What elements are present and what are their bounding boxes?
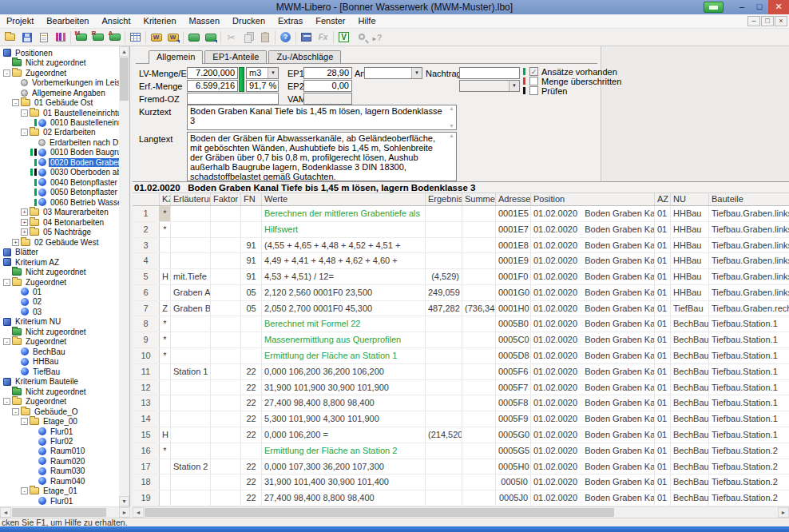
cell-n[interactable]: 3 <box>133 238 160 253</box>
cell-erl[interactable] <box>171 348 211 363</box>
cell-pos[interactable]: 01.02.0020 Boden Graben Kanal ... <box>531 443 655 459</box>
tree-item[interactable]: Vorbemerkungen im Leistungs <box>0 77 120 87</box>
table-row[interactable]: 1*Berechnen der mittleren Grabentiefe al… <box>133 206 789 222</box>
tree-item[interactable]: TiefBau <box>0 367 120 376</box>
cell-nu[interactable]: HHBau <box>671 238 709 253</box>
tree-item[interactable]: 0010 Baustelleneinri <box>0 117 120 127</box>
collapse-icon[interactable]: - <box>21 109 28 117</box>
cell-bt[interactable]: Tiefbau.Station.1 <box>709 332 789 347</box>
cell-werte[interactable]: 2,120 2,560 0001F0 23,500 <box>262 285 426 300</box>
cell-werte[interactable]: 5,300 101,900 4,300 101,900 <box>262 411 426 427</box>
cell-kz[interactable]: * <box>160 443 171 459</box>
tree-item[interactable]: -Zugeordnet <box>0 68 120 77</box>
cell-bt[interactable]: Tiefbau.Station.1 <box>709 427 789 443</box>
table-row[interactable]: 11Station 1220,000 106,200 36,200 106,20… <box>133 364 789 380</box>
cell-sum[interactable] <box>462 253 496 268</box>
cell-n[interactable]: 6 <box>133 285 160 300</box>
cell-adr[interactable]: 0005B0 <box>496 316 531 332</box>
cell-fk[interactable] <box>211 332 241 347</box>
cell-pos[interactable]: 01.02.0020 Boden Graben Kanal ... <box>531 474 655 490</box>
collapse-icon[interactable]: - <box>3 398 10 405</box>
menu-hilfe[interactable]: Hilfe <box>352 14 383 28</box>
tree-item[interactable]: -02 Erdarbeiten <box>0 128 120 137</box>
cell-erl[interactable] <box>171 238 211 253</box>
cell-nu[interactable]: BechBau <box>671 332 709 347</box>
close-button[interactable]: ✕ <box>768 0 789 14</box>
cell-pos[interactable]: 01.02.0020 Boden Graben Kanal ... <box>531 380 655 395</box>
chevron-down-icon[interactable]: ▼ <box>411 68 422 78</box>
cell-erl[interactable] <box>171 316 211 332</box>
fremd-oz-field[interactable] <box>187 93 279 105</box>
cell-erl[interactable] <box>171 395 211 411</box>
cell-nu[interactable]: HHBau <box>671 206 709 221</box>
tree-item[interactable]: Raum030 <box>0 466 120 476</box>
cell-n[interactable]: 5 <box>133 269 160 284</box>
cell-fn[interactable] <box>241 206 262 221</box>
collapse-icon[interactable]: - <box>12 99 19 106</box>
cell-sum[interactable] <box>462 269 496 284</box>
cell-bt[interactable]: Tiefbau.Station.1 <box>709 380 789 395</box>
cell-kz[interactable] <box>160 285 171 300</box>
cell-bt[interactable]: Tiefbau.Graben.links <box>709 269 789 284</box>
collapse-icon[interactable]: - <box>3 69 10 77</box>
cell-fn[interactable]: 22 <box>241 459 262 474</box>
cell-az[interactable]: 01 <box>655 285 671 300</box>
cell-fn[interactable]: 05 <box>241 301 262 316</box>
tab-zu-abschlaege[interactable]: Zu-/Abschläge <box>268 50 341 63</box>
ansaetze-vorhanden-checkbox[interactable]: ✓ <box>529 67 538 76</box>
scroll-right-icon[interactable]: ► <box>119 507 130 518</box>
cell-sum[interactable] <box>462 459 496 474</box>
cell-fk[interactable] <box>211 395 241 411</box>
cell-nu[interactable]: BechBau <box>671 395 709 411</box>
cell-erg[interactable] <box>426 222 462 237</box>
column-header-NU[interactable]: NU <box>671 193 709 205</box>
tree-item[interactable]: HHBau <box>0 357 120 367</box>
cell-pos[interactable]: 01.02.0020 Boden Graben Kanal ... <box>531 395 655 411</box>
cell-fn[interactable]: 91 <box>241 269 262 284</box>
cell-az[interactable]: 01 <box>655 474 671 490</box>
cell-sum[interactable] <box>462 490 496 506</box>
scroll-down-icon[interactable]: ▼ <box>119 496 129 506</box>
cell-n[interactable]: 9 <box>133 332 160 347</box>
table-row[interactable]: 2*Hilfswert0001E701.02.0020 Boden Graben… <box>133 222 789 238</box>
cell-erg[interactable] <box>426 238 462 253</box>
cell-sum[interactable] <box>462 395 496 411</box>
help-icon[interactable]: ? <box>277 30 294 45</box>
mdi-restore-button[interactable]: □ <box>761 16 774 26</box>
column-header-Bauteile[interactable]: Bauteile <box>709 193 789 205</box>
cell-werte[interactable]: 27,400 98,400 8,800 98,400 <box>262 490 426 506</box>
column-header-FN[interactable]: FN <box>241 193 262 205</box>
scroll-down-icon[interactable]: ▼ <box>449 124 788 129</box>
tree-item[interactable]: Raum020 <box>0 456 120 466</box>
table-row[interactable]: 16*Ermittlung der Fläche an Station 2000… <box>133 443 789 459</box>
menu-bearbeiten[interactable]: Bearbeiten <box>40 14 95 28</box>
cell-fn[interactable]: 22 <box>241 380 262 395</box>
tree-item[interactable]: Nicht zugeordnet <box>0 58 120 67</box>
ep1-field[interactable]: 28,90 <box>303 67 352 79</box>
cell-adr[interactable]: 0005G0 <box>496 427 531 443</box>
scroll-right-icon[interactable]: ► <box>778 507 789 518</box>
cell-werte[interactable]: 0,000 106,200 36,200 106,200 <box>262 364 426 379</box>
cell-sum[interactable] <box>462 443 496 459</box>
cell-az[interactable]: 01 <box>655 490 671 506</box>
cell-kz[interactable] <box>160 253 171 268</box>
tree-item[interactable]: Flur02 <box>0 436 120 446</box>
cell-erg[interactable]: (214,520) <box>426 427 462 443</box>
cell-pos[interactable]: 01.02.0020 Boden Graben Kanal ... <box>531 206 655 221</box>
cell-werte[interactable]: Hilfswert <box>262 222 426 237</box>
cell-erl[interactable] <box>171 490 211 506</box>
cell-kz[interactable] <box>160 238 171 253</box>
copy-icon[interactable] <box>240 30 256 45</box>
cell-sum[interactable] <box>462 364 496 379</box>
table-icon[interactable] <box>127 30 144 45</box>
cell-kz[interactable]: * <box>160 348 171 363</box>
nachtrag-field[interactable] <box>459 67 520 79</box>
cell-werte[interactable]: 27,400 98,400 8,800 98,400 <box>262 395 426 411</box>
column-header-KZ[interactable]: KZ <box>160 193 171 205</box>
cell-fk[interactable] <box>211 316 241 332</box>
cell-sum[interactable] <box>462 332 496 347</box>
tree-item[interactable]: 0010 Boden Baugrub <box>0 148 120 157</box>
cell-erg[interactable] <box>426 380 462 395</box>
cell-adr[interactable]: 0005D8 <box>496 348 531 363</box>
cell-n[interactable]: 4 <box>133 253 160 268</box>
